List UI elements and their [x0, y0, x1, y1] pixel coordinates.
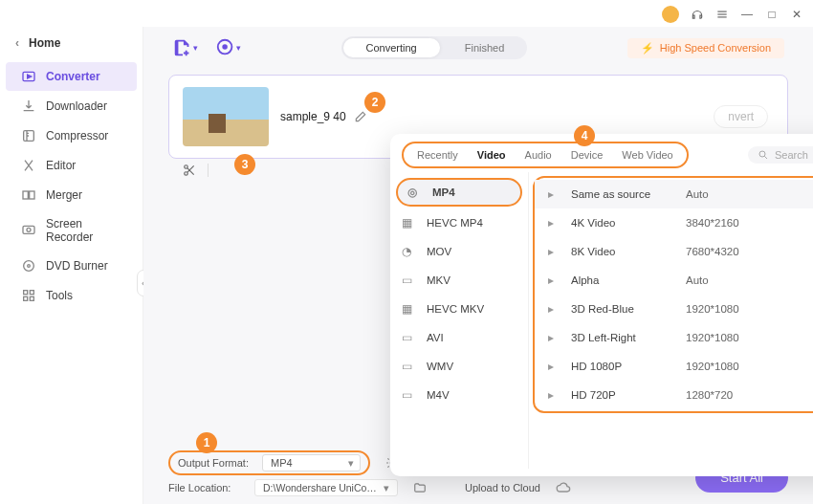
tab-web-video[interactable]: Web Video [612, 145, 682, 164]
caret-down-icon: ▾ [384, 482, 389, 493]
format-mkv[interactable]: ▭MKV [390, 266, 528, 295]
sidebar-item-editor[interactable]: Editor [6, 151, 137, 180]
svg-point-11 [28, 265, 31, 268]
svg-point-20 [759, 151, 765, 157]
sidebar-item-tools[interactable]: Tools [6, 281, 137, 310]
mkv-icon: ▭ [402, 274, 417, 287]
add-file-icon[interactable]: ▾ [172, 37, 198, 58]
format-avi[interactable]: ▭AVI [390, 323, 528, 352]
svg-line-21 [764, 156, 767, 159]
tab-device[interactable]: Device [561, 145, 613, 164]
menu-icon[interactable] [715, 8, 729, 21]
bolt-icon: ⚡ [641, 42, 654, 55]
format-mov[interactable]: ◔MOV [390, 237, 528, 266]
maximize-button[interactable]: □ [765, 8, 779, 21]
cloud-icon[interactable] [556, 480, 571, 495]
sidebar-item-converter[interactable]: Converter [6, 62, 137, 91]
resolution-alpha[interactable]: ▸AlphaAuto✎ [535, 266, 813, 295]
high-speed-label: High Speed Conversion [660, 42, 771, 54]
film-icon: ▭ [402, 360, 417, 373]
sidebar-item-screen-recorder[interactable]: Screen Recorder [6, 210, 137, 251]
minimize-button[interactable]: — [740, 8, 754, 21]
sidebar: ‹ Home Converter Downloader Compressor E… [0, 27, 143, 504]
user-avatar[interactable] [662, 6, 679, 23]
sidebar-item-downloader[interactable]: Downloader [6, 92, 137, 121]
open-folder-icon[interactable] [413, 481, 427, 494]
resolution-1080p[interactable]: ▸HD 1080P1920*1080✎ [535, 352, 813, 381]
video-icon: ▸ [548, 302, 561, 316]
annotation-badge-4: 4 [574, 125, 595, 146]
support-icon[interactable] [691, 8, 704, 21]
video-icon: ▸ [548, 388, 561, 402]
add-dvd-icon[interactable]: ▾ [215, 37, 241, 58]
sidebar-label: Screen Recorder [46, 217, 121, 244]
segment-converting[interactable]: Converting [343, 38, 440, 57]
tab-video[interactable]: Video [468, 145, 516, 164]
resolution-8k[interactable]: ▸8K Video7680*4320✎ [535, 237, 813, 266]
toolbar: ▾ ▾ Converting Finished ⚡ High Speed Con… [143, 27, 813, 69]
sidebar-label: Editor [46, 159, 76, 172]
caret-down-icon: ▾ [348, 457, 354, 470]
hevc-icon: ▦ [402, 216, 417, 230]
format-list: ◎MP4 ▦HEVC MP4 ◔MOV ▭MKV ▦HEVC MKV ▭AVI … [390, 172, 529, 469]
tab-recently[interactable]: Recently [407, 145, 468, 164]
search-placeholder: Search [775, 149, 808, 161]
resolution-3d-red-blue[interactable]: ▸3D Red-Blue1920*1080✎ [535, 295, 813, 323]
file-location-select[interactable]: D:\Wondershare UniConverter 1 ▾ [254, 479, 398, 496]
resolution-4k[interactable]: ▸4K Video3840*2160✎ [535, 208, 813, 237]
search-icon [758, 149, 769, 161]
tab-audio[interactable]: Audio [516, 145, 561, 164]
video-icon: ▸ [548, 216, 561, 230]
video-icon: ▸ [548, 187, 561, 201]
recorder-icon [21, 223, 36, 238]
file-name: sample_9 40 [280, 110, 346, 123]
file-location-label: File Location: [168, 482, 245, 493]
titlebar: — □ ✕ [0, 0, 813, 29]
disc-icon: ◎ [407, 186, 423, 199]
sidebar-label: Tools [46, 289, 73, 302]
back-icon: ‹ [15, 36, 19, 50]
video-icon: ▸ [548, 245, 561, 258]
resolution-same-as-source[interactable]: ▸Same as sourceAuto✎ [535, 180, 813, 208]
format-m4v[interactable]: ▭M4V [390, 381, 528, 409]
video-icon: ▸ [548, 360, 561, 373]
svg-point-17 [223, 45, 227, 49]
editor-icon [21, 158, 36, 173]
converter-icon [21, 69, 36, 84]
convert-button[interactable]: nvert [714, 105, 768, 128]
sidebar-item-dvd-burner[interactable]: DVD Burner [6, 252, 137, 280]
format-hevc-mp4[interactable]: ▦HEVC MP4 [390, 208, 528, 237]
svg-rect-15 [30, 296, 33, 300]
video-thumbnail[interactable] [183, 87, 269, 146]
annotation-badge-2: 2 [364, 92, 385, 113]
output-format-select[interactable]: MP4 ▾ [262, 454, 361, 471]
film-icon: ▭ [402, 388, 417, 402]
high-speed-badge[interactable]: ⚡ High Speed Conversion [627, 38, 784, 58]
sidebar-label: Downloader [46, 99, 107, 113]
home-nav[interactable]: ‹ Home [0, 31, 143, 55]
annotation-badge-1: 1 [196, 432, 217, 453]
resolution-3d-left-right[interactable]: ▸3D Left-Right1920*1080✎ [535, 323, 813, 352]
format-dropdown: Recently Video Audio Device Web Video Se… [390, 134, 813, 476]
format-hevc-mkv[interactable]: ▦HEVC MKV [390, 295, 528, 323]
resolution-720p[interactable]: ▸HD 720P1280*720✎ [535, 381, 813, 409]
svg-rect-14 [24, 296, 28, 300]
sidebar-item-compressor[interactable]: Compressor [6, 121, 137, 150]
dvd-icon [21, 258, 36, 274]
close-button[interactable]: ✕ [790, 8, 803, 21]
format-search[interactable]: Search [748, 146, 813, 164]
format-mp4[interactable]: ◎MP4 [396, 178, 522, 207]
segment-finished[interactable]: Finished [442, 36, 528, 59]
sidebar-label: Compressor [46, 129, 108, 142]
svg-rect-7 [30, 191, 34, 199]
format-tabs: Recently Video Audio Device Web Video [402, 142, 689, 168]
format-wmv[interactable]: ▭WMV [390, 352, 528, 381]
sidebar-label: Merger [46, 188, 82, 202]
sidebar-label: DVD Burner [46, 259, 108, 273]
upload-cloud-label: Upload to Cloud [465, 482, 540, 493]
scissors-icon[interactable] [183, 164, 196, 177]
main-area: ▾ ▾ Converting Finished ⚡ High Speed Con… [143, 27, 813, 504]
svg-marker-4 [28, 75, 32, 78]
sidebar-item-merger[interactable]: Merger [6, 181, 137, 209]
rename-icon[interactable] [354, 110, 367, 123]
